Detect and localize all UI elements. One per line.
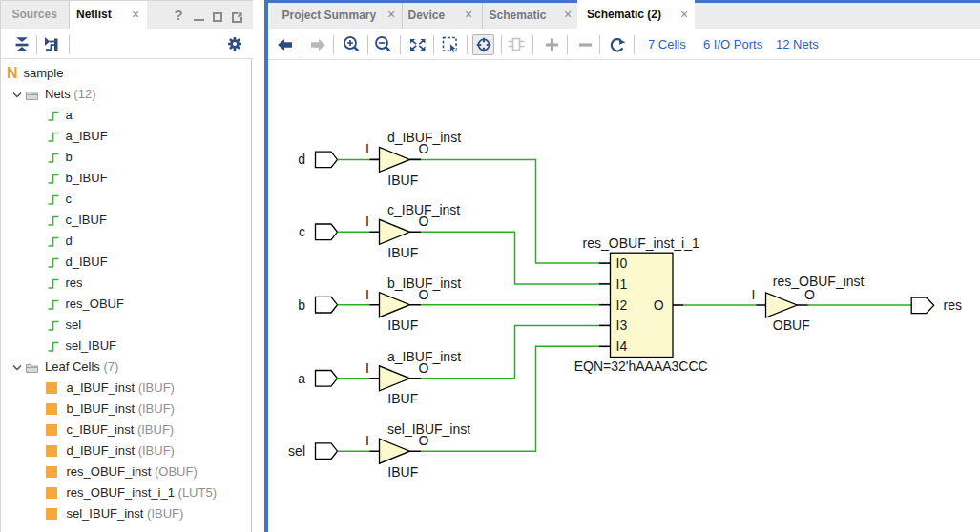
svg-text:sel: sel xyxy=(288,443,305,459)
svg-text:EQN=32'hAAAA3CCC: EQN=32'hAAAA3CCC xyxy=(574,358,708,374)
svg-text:IBUF: IBUF xyxy=(387,173,418,188)
svg-text:I0: I0 xyxy=(616,256,628,271)
svg-text:b: b xyxy=(298,297,305,313)
svg-text:a: a xyxy=(298,371,305,386)
svg-text:O: O xyxy=(654,297,664,313)
svg-text:I: I xyxy=(365,141,369,156)
svg-text:res_OBUF_inst: res_OBUF_inst xyxy=(773,274,865,289)
svg-text:OBUF: OBUF xyxy=(773,317,810,333)
svg-text:I: I xyxy=(365,214,369,229)
svg-text:res_OBUF_inst_i_1: res_OBUF_inst_i_1 xyxy=(583,235,699,251)
svg-text:c: c xyxy=(299,224,305,239)
svg-text:I2: I2 xyxy=(616,297,628,313)
svg-text:IBUF: IBUF xyxy=(387,464,418,480)
svg-text:I: I xyxy=(365,360,369,376)
svg-text:I: I xyxy=(365,433,369,448)
svg-text:b_IBUF_inst: b_IBUF_inst xyxy=(387,276,461,291)
svg-text:I: I xyxy=(365,287,369,302)
svg-text:I4: I4 xyxy=(616,338,628,354)
svg-text:IBUF: IBUF xyxy=(387,245,418,260)
svg-text:IBUF: IBUF xyxy=(387,391,418,406)
svg-text:a_IBUF_inst: a_IBUF_inst xyxy=(387,349,461,364)
svg-text:O: O xyxy=(804,287,815,302)
svg-text:c_IBUF_inst: c_IBUF_inst xyxy=(387,202,460,217)
svg-text:d_IBUF_inst: d_IBUF_inst xyxy=(387,130,461,145)
svg-text:I: I xyxy=(752,287,756,302)
svg-text:IBUF: IBUF xyxy=(387,317,418,333)
svg-text:I1: I1 xyxy=(616,276,628,292)
svg-text:d: d xyxy=(298,152,305,167)
svg-text:I3: I3 xyxy=(616,317,628,333)
svg-text:sel_IBUF_inst: sel_IBUF_inst xyxy=(387,421,470,437)
svg-text:res: res xyxy=(944,297,962,313)
